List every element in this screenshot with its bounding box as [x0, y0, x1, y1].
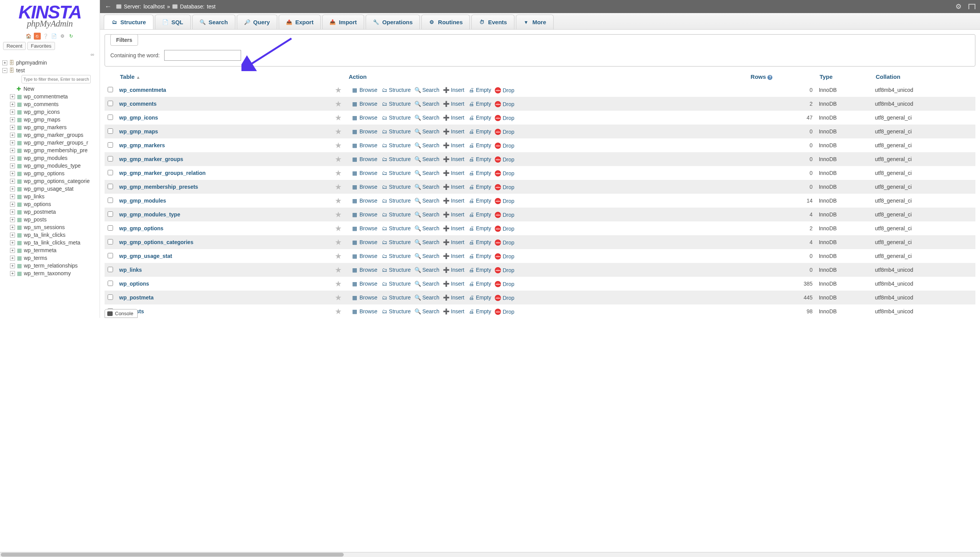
expand-icon[interactable]: +	[10, 102, 15, 107]
action-insert[interactable]: ➕Insert	[443, 253, 464, 259]
action-drop[interactable]: —Drop	[495, 129, 514, 135]
action-drop[interactable]: —Drop	[495, 198, 514, 204]
logout-icon[interactable]: ⎋	[34, 33, 41, 40]
action-drop[interactable]: —Drop	[495, 239, 514, 246]
action-empty[interactable]: 🖨Empty	[468, 225, 491, 231]
expand-icon[interactable]: +	[10, 271, 15, 276]
expand-icon[interactable]: +	[10, 110, 15, 115]
action-empty[interactable]: 🖨Empty	[468, 170, 491, 176]
expand-icon[interactable]: +	[10, 125, 15, 130]
link-icon[interactable]: ∞	[0, 52, 100, 57]
table-name-link[interactable]: wp_gmp_marker_groups	[119, 156, 183, 162]
docs-icon[interactable]: ❔	[42, 33, 49, 40]
tab-sql[interactable]: 📄SQL	[155, 15, 191, 29]
action-browse[interactable]: ▦Browse	[352, 115, 378, 121]
action-drop[interactable]: —Drop	[495, 295, 514, 301]
expand-icon[interactable]: +	[10, 94, 15, 99]
favorite-star-icon[interactable]: ★	[335, 224, 342, 233]
expand-icon[interactable]: +	[10, 217, 15, 222]
expand-icon[interactable]: +	[10, 225, 15, 230]
action-search[interactable]: 🔍Search	[414, 128, 439, 135]
expand-icon[interactable]: +	[10, 202, 15, 207]
action-structure[interactable]: 🗂Structure	[381, 308, 411, 314]
action-structure[interactable]: 🗂Structure	[381, 115, 411, 121]
tree-table[interactable]: +▦wp_term_relationships	[2, 262, 100, 269]
action-insert[interactable]: ➕Insert	[443, 211, 464, 218]
row-checkbox[interactable]	[108, 253, 113, 258]
tab-more[interactable]: ▾More	[516, 15, 554, 29]
tree-table[interactable]: +▦wp_term_taxonomy	[2, 269, 100, 277]
expand-icon[interactable]: +	[10, 256, 15, 261]
tab-routines[interactable]: ⚙Routines	[421, 15, 470, 29]
action-empty[interactable]: 🖨Empty	[468, 239, 491, 245]
tree-table[interactable]: +▦wp_links	[2, 193, 100, 200]
action-search[interactable]: 🔍Search	[414, 101, 439, 107]
tab-query[interactable]: 🔎Query	[237, 15, 277, 29]
tree-table[interactable]: +▦wp_gmp_usage_stat	[2, 185, 100, 193]
action-insert[interactable]: ➕Insert	[443, 101, 464, 107]
action-search[interactable]: 🔍Search	[414, 87, 439, 93]
table-name-link[interactable]: wp_gmp_usage_stat	[119, 253, 172, 259]
favorite-star-icon[interactable]: ★	[335, 196, 342, 205]
action-browse[interactable]: ▦Browse	[352, 128, 378, 135]
action-insert[interactable]: ➕Insert	[443, 281, 464, 287]
tab-operations[interactable]: 🔧Operations	[366, 15, 420, 29]
action-structure[interactable]: 🗂Structure	[381, 184, 411, 190]
action-drop[interactable]: —Drop	[495, 101, 514, 107]
action-empty[interactable]: 🖨Empty	[468, 101, 491, 107]
action-search[interactable]: 🔍Search	[414, 211, 439, 218]
action-structure[interactable]: 🗂Structure	[381, 294, 411, 301]
action-search[interactable]: 🔍Search	[414, 142, 439, 148]
tree-table[interactable]: +▦wp_gmp_modules_type	[2, 162, 100, 170]
action-empty[interactable]: 🖨Empty	[468, 128, 491, 135]
expand-icon[interactable]: +	[10, 179, 15, 184]
col-rows[interactable]: Rows?	[747, 70, 815, 83]
tree-filter-input[interactable]	[22, 75, 91, 83]
action-insert[interactable]: ➕Insert	[443, 198, 464, 204]
action-browse[interactable]: ▦Browse	[352, 142, 378, 148]
row-checkbox[interactable]	[108, 156, 113, 161]
action-structure[interactable]: 🗂Structure	[381, 253, 411, 259]
tree-table[interactable]: +▦wp_ta_link_clicks_meta	[2, 239, 100, 246]
crumb-db[interactable]: test	[207, 3, 216, 10]
tree-table[interactable]: +▦wp_gmp_membership_pre	[2, 146, 100, 154]
action-empty[interactable]: 🖨Empty	[468, 87, 491, 93]
action-search[interactable]: 🔍Search	[414, 198, 439, 204]
tree-table[interactable]: +▦wp_gmp_icons	[2, 108, 100, 116]
reload-icon[interactable]: ↻	[68, 33, 75, 40]
action-empty[interactable]: 🖨Empty	[468, 115, 491, 121]
tab-export[interactable]: 📤Export	[279, 15, 321, 29]
menu-icon[interactable]: ←	[105, 3, 111, 11]
action-structure[interactable]: 🗂Structure	[381, 156, 411, 162]
pageup-icon[interactable]	[968, 4, 975, 9]
table-name-link[interactable]: wp_gmp_modules	[119, 198, 166, 204]
tree-table[interactable]: +▦wp_options	[2, 200, 100, 208]
action-insert[interactable]: ➕Insert	[443, 156, 464, 162]
action-empty[interactable]: 🖨Empty	[468, 184, 491, 190]
table-name-link[interactable]: wp_gmp_options	[119, 225, 163, 231]
row-checkbox[interactable]	[108, 101, 113, 106]
action-drop[interactable]: —Drop	[495, 267, 514, 273]
favorite-star-icon[interactable]: ★	[335, 100, 342, 108]
row-checkbox[interactable]	[108, 281, 113, 286]
action-insert[interactable]: ➕Insert	[443, 184, 464, 190]
row-checkbox[interactable]	[108, 170, 113, 175]
tree-table[interactable]: +▦wp_commentmeta	[2, 93, 100, 100]
action-structure[interactable]: 🗂Structure	[381, 198, 411, 204]
tree-table[interactable]: +▦wp_gmp_modules	[2, 154, 100, 162]
console-toggle[interactable]: Console	[105, 309, 138, 318]
help-icon[interactable]: ?	[767, 75, 772, 80]
row-checkbox[interactable]	[108, 294, 113, 300]
table-name-link[interactable]: wp_gmp_options_categories	[119, 239, 193, 245]
action-search[interactable]: 🔍Search	[414, 170, 439, 176]
action-structure[interactable]: 🗂Structure	[381, 101, 411, 107]
action-browse[interactable]: ▦Browse	[352, 239, 378, 245]
row-checkbox[interactable]	[108, 115, 113, 120]
action-empty[interactable]: 🖨Empty	[468, 253, 491, 259]
action-browse[interactable]: ▦Browse	[352, 281, 378, 287]
table-name-link[interactable]: wp_gmp_icons	[119, 115, 158, 121]
collapse-icon[interactable]: −	[2, 68, 7, 73]
action-insert[interactable]: ➕Insert	[443, 294, 464, 301]
action-structure[interactable]: 🗂Structure	[381, 281, 411, 287]
action-drop[interactable]: —Drop	[495, 87, 514, 93]
